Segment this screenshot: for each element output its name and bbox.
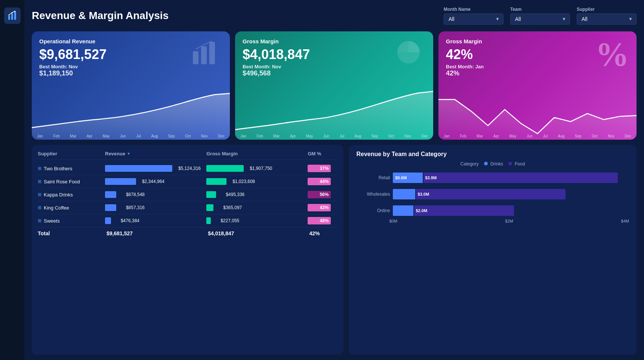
revenue-bar-1	[105, 178, 136, 185]
expand-icon-1[interactable]: ⊞	[38, 179, 41, 184]
month-filter-select[interactable]: All	[444, 13, 503, 25]
col-header-gm-pct: GM %	[308, 151, 338, 156]
legend-drinks: Drinks	[484, 161, 503, 167]
gm-pct-cell-0: 37%	[308, 165, 338, 172]
sidebar-chart-icon[interactable]	[4, 7, 21, 24]
gm-pct-bar-4: 48%	[308, 217, 331, 224]
food-bar-retail: $3.9M	[423, 173, 618, 183]
expand-icon-3[interactable]: ⊞	[38, 205, 41, 210]
revenue-by-team-chart-card: Revenue by Team and Category Category Dr…	[349, 145, 637, 355]
gm-value-3: $365,097	[216, 205, 242, 210]
svg-point-3	[8, 15, 9, 16]
gm-pct-bar-2: 56%	[308, 191, 331, 198]
team-filter-group: Team All ▼	[510, 7, 570, 25]
revenue-cell-3: $857,316	[105, 204, 206, 211]
supplier-name-0: Two Brothers	[44, 166, 73, 171]
x-axis: $0M $2M $4M	[356, 216, 629, 223]
chart-title: Revenue by Team and Category	[356, 151, 629, 158]
gm-pct-bar-0: 37%	[308, 165, 331, 172]
revenue-bar-0	[105, 165, 172, 172]
gm-pct-cell-3: 43%	[308, 204, 338, 211]
revenue-value-4: $476,384	[113, 218, 139, 223]
kpi-row: Operational Revenue $9,681,527 Best Mont…	[32, 31, 637, 140]
supplier-filter-wrapper: All ▼	[577, 13, 637, 25]
supplier-filter-group: Supplier All ▼	[577, 7, 637, 25]
kpi-chart-operational: JanFebMarAprMayJunJulAugSepOctNovDec	[32, 87, 230, 140]
legend-food: Food	[508, 161, 525, 167]
gm-cell-0: $1,907,750	[206, 165, 308, 172]
kpi-icon-gm-pct: %	[595, 35, 629, 74]
gm-pct-bar-1: 44%	[308, 178, 331, 185]
supplier-table-card: Supplier Revenue ▼ Gross Margin GM %	[32, 145, 343, 355]
x-axis-2: $4M	[621, 219, 629, 223]
kpi-chart-gm-value: JanFebMarAprMayJunJulAugSepOctNovDec	[235, 87, 433, 140]
kpi-icon-operational	[191, 38, 221, 74]
kpi-card-gross-margin-value: Gross Margin $4,018,847 Best Month: Nov …	[235, 31, 433, 140]
revenue-bar-3	[105, 204, 116, 211]
kpi-months-operational: JanFebMarAprMayJunJulAugSepOctNovDec	[32, 134, 230, 138]
month-filter-group: Month Name All ▼	[444, 7, 503, 25]
gm-pct-cell-2: 56%	[308, 191, 338, 198]
gm-cell-3: $365,097	[206, 204, 308, 211]
revenue-cell-1: $2,344,964	[105, 178, 206, 185]
gm-bar-4	[206, 217, 211, 224]
expand-icon-4[interactable]: ⊞	[38, 218, 41, 223]
revenue-cell-4: $476,384	[105, 217, 206, 224]
supplier-filter-label: Supplier	[577, 7, 637, 12]
kpi-icon-gm-value	[394, 38, 424, 74]
gm-bar-0	[206, 165, 244, 172]
svg-rect-0	[8, 16, 10, 20]
supplier-filter-select[interactable]: All	[577, 13, 637, 25]
team-filter-select[interactable]: All	[510, 13, 570, 25]
supplier-cell-1: ⊞ Saint Rose Food	[38, 179, 105, 184]
total-gm: $4,018,847	[206, 230, 308, 236]
drinks-bar-online	[393, 205, 413, 216]
revenue-bar-4	[105, 217, 111, 224]
gm-pct-cell-1: 44%	[308, 178, 338, 185]
total-revenue: $9,681,527	[105, 230, 206, 236]
col-header-supplier: Supplier	[38, 151, 105, 156]
gm-value-0: $1,907,750	[246, 166, 272, 171]
filters: Month Name All ▼ Team All	[444, 7, 637, 25]
gm-value-4: $227,055	[213, 218, 239, 223]
revenue-value-2: $878,548	[118, 192, 145, 197]
revenue-cell-2: $878,548	[105, 191, 206, 198]
table-row: ⊞ King Coffee $857,316 $365,097 43%	[38, 201, 338, 214]
total-gm-pct: 42%	[308, 230, 338, 236]
gm-cell-4: $227,055	[206, 217, 308, 224]
drinks-bar-retail: $0.6M	[393, 173, 423, 183]
table-total-row: Total $9,681,527 $4,018,847 42%	[38, 227, 338, 239]
gm-cell-2: $495,336	[206, 191, 308, 198]
supplier-name-1: Saint Rose Food	[44, 179, 80, 184]
supplier-cell-4: ⊞ Sweets	[38, 218, 105, 224]
svg-rect-6	[193, 51, 198, 64]
team-filter-wrapper: All ▼	[510, 13, 570, 25]
supplier-cell-2: ⊞ Kappa Drinks	[38, 192, 105, 198]
gm-bar-3	[206, 204, 213, 211]
food-bar-wholesale: $3.0M	[416, 189, 566, 199]
food-bar-online: $2.0M	[414, 205, 514, 216]
expand-icon-2[interactable]: ⊞	[38, 192, 41, 197]
bottom-row: Supplier Revenue ▼ Gross Margin GM %	[32, 145, 637, 355]
team-filter-label: Team	[510, 7, 570, 12]
chart-legend: Category Drinks Food	[356, 161, 629, 167]
total-label: Total	[38, 230, 105, 236]
table-row: ⊞ Kappa Drinks $878,548 $495,336 56%	[38, 188, 338, 201]
bar-label-online: Online	[360, 208, 390, 213]
sidebar	[0, 0, 24, 360]
expand-icon-0[interactable]: ⊞	[38, 166, 41, 171]
month-filter-wrapper: All ▼	[444, 13, 503, 25]
revenue-cell-0: $5,124,316	[105, 165, 206, 172]
svg-rect-7	[201, 46, 207, 64]
col-header-revenue[interactable]: Revenue ▼	[105, 151, 206, 156]
sort-arrow-revenue: ▼	[127, 152, 130, 156]
revenue-value-3: $857,316	[118, 205, 145, 210]
x-axis-1: $2M	[505, 219, 513, 223]
kpi-chart-gm-pct: JanFebMarAprMayJunJulAugSepOctNovDec	[438, 87, 637, 140]
bar-chart-bars-wholesale: $3.0M	[393, 189, 625, 199]
bar-label-wholesale: Wholesales	[360, 192, 390, 197]
gm-bar-1	[206, 178, 227, 185]
table-row: ⊞ Sweets $476,384 $227,055 48%	[38, 214, 338, 227]
gm-cell-1: $1,023,608	[206, 178, 308, 185]
bar-chart-row-retail: Retail $0.6M $3.9M	[360, 173, 625, 183]
